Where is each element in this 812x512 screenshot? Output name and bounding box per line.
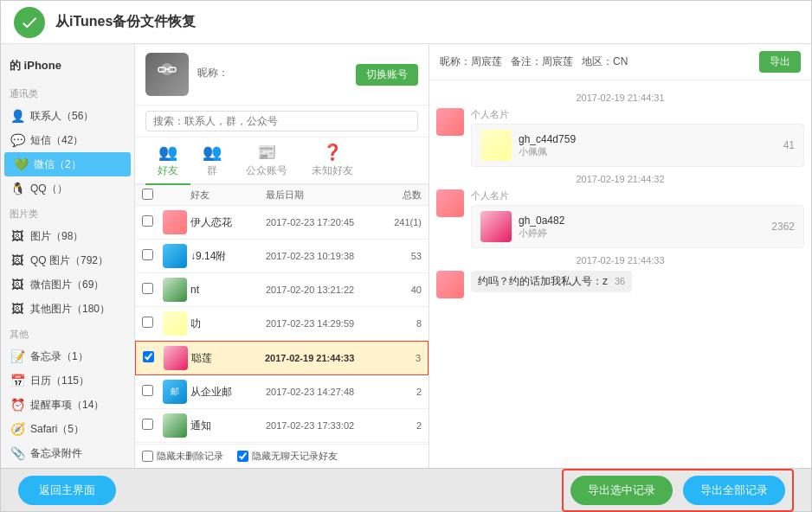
- chat-sender-avatar-1: [436, 108, 464, 136]
- row-checkbox-2[interactable]: [142, 249, 153, 260]
- row-total-1: 241(1): [378, 217, 422, 227]
- groups-tab-icon: 👥: [203, 143, 222, 162]
- calendar-label: 日历（115）: [30, 374, 126, 388]
- app-container: 从iTunes备份文件恢复 的 iPhone 通讯类 👤 联系人（56） 💬 短…: [0, 0, 812, 512]
- sidebar-item-photos[interactable]: 🖼 图片（98）: [1, 224, 134, 248]
- sidebar: 的 iPhone 通讯类 👤 联系人（56） 💬 短信（42） 💚 微信（2） …: [1, 44, 135, 468]
- notes-attach-icon: 📎: [10, 445, 25, 461]
- sidebar-item-wechat-photos[interactable]: 🖼 微信图片（69）: [1, 272, 134, 297]
- col-friend-header: 好友: [190, 189, 266, 202]
- right-panel: 昵称：周宸莲 备注：周宸莲 地区：CN 导出 2017-02-19 21:44:…: [429, 44, 811, 468]
- chat-sender-avatar-3: [436, 271, 464, 298]
- sidebar-item-notes-attach[interactable]: 📎 备忘录附件: [1, 441, 134, 465]
- row-avatar-2: [163, 244, 187, 268]
- row-checkbox-4[interactable]: [142, 317, 153, 328]
- card-count-2: 2362: [771, 221, 795, 233]
- row-name-4: 叻: [190, 317, 266, 331]
- search-input[interactable]: [145, 111, 418, 131]
- card-name-1: gh_c44d759: [519, 133, 777, 145]
- card-info-1: gh_c44d759 小佩佩: [519, 133, 777, 158]
- timestamp-2: 2017-02-19 21:44:32: [436, 174, 804, 184]
- row-avatar-1: [163, 210, 187, 234]
- row-checkbox-3[interactable]: [142, 283, 153, 294]
- sidebar-item-sms[interactable]: 💬 短信（42）: [1, 128, 134, 152]
- contacts-icon: 👤: [10, 108, 25, 124]
- hide-no-chat-checkbox[interactable]: [237, 451, 248, 462]
- card-sub-2: 小婷婷: [519, 227, 764, 240]
- select-all-checkbox[interactable]: [142, 189, 153, 200]
- card-avatar-2: [480, 211, 512, 242]
- row-checkbox-5[interactable]: [143, 351, 154, 362]
- card-avatar-1: [480, 130, 512, 161]
- section-title-other: 其他: [1, 324, 134, 344]
- right-export-button[interactable]: 导出: [759, 51, 801, 73]
- sidebar-item-other-photos[interactable]: 🖼 其他图片（180）: [1, 297, 134, 321]
- notes-attach-label: 备忘录附件: [30, 446, 126, 461]
- section-title-comms: 通讯类: [1, 84, 134, 104]
- table-row-selected[interactable]: 聪莲 2017-02-19 21:44:33 3: [135, 341, 429, 375]
- tab-official[interactable]: 📰 公众账号: [234, 138, 300, 183]
- row-date-5: 2017-02-19 21:44:33: [265, 353, 377, 363]
- table-row[interactable]: ↓9.14附 2017-02-23 10:19:38 53: [135, 240, 429, 273]
- table-area: 伊人恋花 2017-02-23 17:20:45 241(1) ↓9.14附 2…: [135, 206, 429, 444]
- calendar-icon: 📅: [10, 373, 25, 388]
- table-row[interactable]: 伊人恋花 2017-02-23 17:20:45 241(1): [135, 206, 429, 240]
- table-row[interactable]: 通知 2017-02-23 17:33:02 2: [135, 409, 429, 443]
- table-header: 好友 最后日期 总数: [135, 185, 429, 206]
- hide-deleted-checkbox[interactable]: [142, 451, 153, 462]
- tab-friends[interactable]: 👥 好友: [145, 138, 190, 185]
- hide-deleted-label[interactable]: 隐藏未删除记录: [142, 450, 223, 463]
- row-checkbox-6[interactable]: [142, 385, 153, 396]
- sidebar-item-notes[interactable]: 📝 备忘录（1）: [1, 344, 134, 368]
- main-area: 的 iPhone 通讯类 👤 联系人（56） 💬 短信（42） 💚 微信（2） …: [1, 44, 811, 468]
- row-checkbox-1[interactable]: [142, 215, 153, 227]
- right-header: 昵称：周宸莲 备注：周宸莲 地区：CN 导出: [429, 44, 811, 80]
- sms-label: 短信（42）: [30, 133, 126, 148]
- qq-photos-icon: 🖼: [10, 253, 25, 268]
- chat-content-1: 个人名片 gh_c44d759 小佩佩 41: [471, 108, 804, 167]
- qq-photos-label: QQ 图片（792）: [30, 253, 126, 268]
- hide-no-chat-label[interactable]: 隐藏无聊天记录好友: [237, 450, 338, 463]
- middle-panel: 昵称： 切换账号 👥 好友 👥 群 📰: [135, 44, 429, 468]
- sidebar-item-safari[interactable]: 🧭 Safari（5）: [1, 417, 134, 441]
- row-checkbox-7[interactable]: [142, 419, 153, 430]
- reminder-label: 提醒事项（14）: [30, 398, 126, 413]
- table-footer: 隐藏未删除记录 隐藏无聊天记录好友: [135, 444, 429, 468]
- profile-info: 昵称：: [197, 66, 356, 84]
- row-avatar-3: [163, 278, 187, 302]
- tab-groups[interactable]: 👥 群: [190, 138, 234, 183]
- table-row[interactable]: nt 2017-02-20 13:21:22 40: [135, 273, 429, 307]
- chat-content-3: 约吗？约的话加我私人号：z36: [471, 271, 804, 292]
- table-row[interactable]: 邮 从企业邮 2017-02-23 14:27:48 2: [135, 375, 429, 409]
- card-sub-1: 小佩佩: [519, 145, 777, 158]
- switch-account-button[interactable]: 切换账号: [356, 64, 418, 86]
- col-total-header: 总数: [378, 189, 422, 202]
- device-label: 的 iPhone: [1, 51, 134, 80]
- col-date-header: 最后日期: [266, 189, 378, 202]
- sidebar-item-reminder[interactable]: ⏰ 提醒事项（14）: [1, 393, 134, 417]
- right-header-info: 昵称：周宸莲 备注：周宸莲 地区：CN: [440, 54, 628, 69]
- row-total-5: 3: [377, 353, 421, 363]
- chat-card-1: gh_c44d759 小佩佩 41: [471, 124, 804, 167]
- sidebar-item-calendar[interactable]: 📅 日历（115）: [1, 368, 134, 393]
- sms-icon: 💬: [10, 132, 25, 148]
- back-to-home-button[interactable]: 返回主界面: [18, 476, 116, 505]
- row-name-2: ↓9.14附: [190, 249, 266, 264]
- table-row[interactable]: 叻 2017-02-23 14:29:59 8: [135, 307, 429, 341]
- profile-avatar: [145, 53, 189, 96]
- row-name-7: 通知: [190, 419, 266, 433]
- row-date-7: 2017-02-23 17:33:02: [266, 420, 378, 431]
- sidebar-item-wechat[interactable]: 💚 微信（2）: [4, 152, 131, 176]
- export-all-button[interactable]: 导出全部记录: [683, 476, 785, 505]
- app-logo: [14, 7, 45, 38]
- timestamp-1: 2017-02-19 21:44:31: [436, 93, 804, 103]
- sidebar-item-contacts[interactable]: 👤 联系人（56）: [1, 104, 134, 128]
- row-total-4: 8: [378, 318, 422, 329]
- sidebar-item-qq-photos[interactable]: 🖼 QQ 图片（792）: [1, 248, 134, 272]
- sidebar-item-qq[interactable]: 🐧 QQ（）: [1, 176, 134, 201]
- official-tab-label: 公众账号: [246, 163, 287, 178]
- reminder-icon: ⏰: [10, 397, 25, 413]
- chat-card-2: gh_0a482 小婷婷 2362: [471, 205, 804, 248]
- export-selected-button[interactable]: 导出选中记录: [570, 476, 673, 505]
- tab-unknown[interactable]: ❓ 未知好友: [300, 138, 365, 183]
